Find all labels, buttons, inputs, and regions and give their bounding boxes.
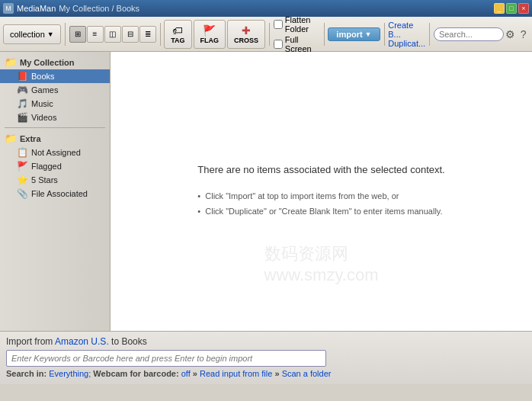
music-icon: 🎵 [17,98,27,109]
search-in-row: Search in: Everything; Webcam for barcod… [6,369,526,378]
view-split-button[interactable]: ◫ [104,26,121,43]
minimize-button[interactable]: _ [494,3,505,14]
view-detail-button[interactable]: ≣ [139,26,156,43]
sep2 [160,23,161,46]
hint2: Click "Duplicate" or "Create Blank Item"… [197,204,444,220]
fullscreen-checkbox[interactable] [274,40,283,49]
import-label: import [336,30,362,39]
cross-label: CROSS [234,37,258,44]
watermark: 数码资源网www.smzy.com [264,242,379,285]
scan-link[interactable]: Scan a folder [282,369,332,378]
search-in-label: Search in: [6,369,46,378]
flagged-icon: 🚩 [17,161,27,172]
separator1: » [193,369,197,378]
content-panel: There are no items associated with the s… [111,52,532,331]
books-icon: 📕 [17,71,27,82]
main-content: 📁 My Collection 📕 Books 🎮 Games 🎵 Music … [0,52,532,331]
separator2: » [274,369,279,378]
videos-icon: 🎬 [17,112,27,123]
off-link[interactable]: off [181,369,191,378]
duplicate-label[interactable]: Duplicat... [388,39,425,48]
window-controls: _ □ × [494,3,529,14]
sep1 [65,23,66,46]
sidebar: 📁 My Collection 📕 Books 🎮 Games 🎵 Music … [0,52,111,331]
5-stars-label: 5 Stars [31,175,58,184]
everything-link[interactable]: Everything [49,369,88,378]
games-icon: 🎮 [17,85,27,95]
extra-label: Extra [20,134,41,143]
sidebar-item-file-associated[interactable]: 📎 File Associated [0,187,110,200]
sep3 [269,23,270,46]
sidebar-divider [5,127,105,128]
flatten-folder-label[interactable]: Flatten Folder [274,15,320,34]
empty-state: There are no items associated with the s… [197,163,444,220]
tag-button[interactable]: 🏷 TAG [164,20,191,49]
games-label: Games [31,85,58,95]
view-cover-button[interactable]: ⊟ [122,26,139,43]
search-box[interactable] [434,27,504,41]
file-associated-label: File Associated [31,189,88,198]
create-blank-label[interactable]: Create B... [388,21,425,39]
collection-label: collection [10,30,45,39]
create-options: Create B... Duplicat... [388,21,425,48]
flag-label: FLAG [200,37,220,44]
sidebar-item-music[interactable]: 🎵 Music [0,97,110,111]
bottom-panel: Import from Amazon U.S. to Books Search … [0,331,532,384]
sidebar-item-videos[interactable]: 🎬 Videos [0,111,110,124]
app-icon: M [3,3,14,14]
maximize-button[interactable]: □ [506,3,517,14]
sep6 [429,23,430,46]
collection-button[interactable]: collection ▼ [3,24,61,44]
bottom-import-label: Import from Amazon U.S. to Books [6,336,526,347]
5-stars-icon: ⭐ [17,175,27,185]
sidebar-item-not-assigned[interactable]: 📋 Not Assigned [0,146,110,159]
import-prefix: Import from [6,336,53,347]
read-input-link[interactable]: Read input from file [200,369,272,378]
sep4 [324,23,325,46]
sidebar-item-flagged[interactable]: 🚩 Flagged [0,159,110,173]
my-collection-label: My Collection [20,58,75,67]
flatten-folder-checkbox[interactable] [274,20,283,29]
title-bar: M MediaMan My Collection / Books _ □ × [0,0,532,17]
view-list-button[interactable]: ≡ [87,26,104,43]
my-collection-header: 📁 My Collection [0,55,110,69]
file-associated-icon: 📎 [17,188,27,199]
amazon-link[interactable]: Amazon U.S. [55,336,109,347]
main-toolbar: collection ▼ ⊞ ≡ ◫ ⊟ ≣ 🏷 TAG 🚩 FLAG ✚ CR… [0,17,532,52]
view-icons-group: ⊞ ≡ ◫ ⊟ ≣ [69,26,156,43]
app-name: MediaMan [17,4,56,13]
not-assigned-label: Not Assigned [31,148,81,157]
view-options: Flatten Folder Full Screen [274,15,320,53]
folder-icon: 📁 [5,56,17,68]
music-label: Music [31,99,53,108]
title-bar-left: M MediaMan My Collection / Books [3,3,139,14]
sidebar-item-games[interactable]: 🎮 Games [0,83,110,97]
not-assigned-icon: 📋 [17,147,27,158]
breadcrumb: My Collection / Books [59,4,139,13]
empty-state-title: There are no items associated with the s… [197,163,444,177]
help-button[interactable]: ? [518,27,529,42]
import-button[interactable]: import ▼ [328,27,380,41]
videos-label: Videos [31,113,56,122]
view-grid-button[interactable]: ⊞ [69,26,86,43]
cross-button[interactable]: ✚ CROSS [227,20,265,49]
empty-state-hints: Click "Import" at top to import items fr… [197,189,444,220]
import-suffix: to Books [111,336,147,347]
tag-label: TAG [171,37,184,44]
extra-header: 📁 Extra [0,131,110,146]
fullscreen-label[interactable]: Full Screen [274,35,320,53]
books-label: Books [31,72,55,81]
sep5 [384,23,385,46]
flagged-label: Flagged [31,162,62,171]
gear-button[interactable]: ⚙ [505,27,517,42]
keyword-input[interactable] [6,350,326,367]
search-input[interactable] [439,30,498,39]
sidebar-item-books[interactable]: 📕 Books [0,69,110,83]
close-button[interactable]: × [518,3,529,14]
collection-arrow: ▼ [47,30,54,38]
extra-folder-icon: 📁 [5,133,17,144]
flag-button[interactable]: 🚩 FLAG [194,20,226,49]
import-arrow: ▼ [365,30,372,38]
sidebar-item-5-stars[interactable]: ⭐ 5 Stars [0,173,110,187]
webcam-label: Webcam for barcode: [93,369,178,378]
